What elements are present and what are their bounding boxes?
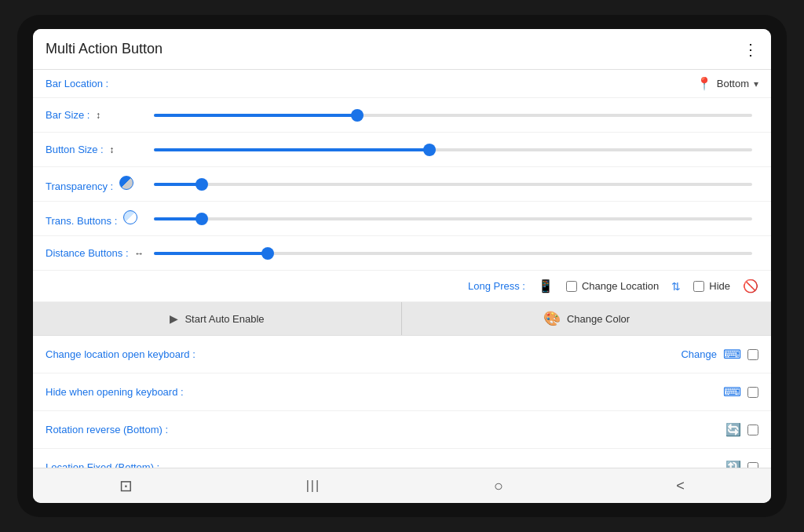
bar-size-track[interactable] (154, 114, 752, 117)
bar-location-row: Bar Location : 📍 Bottom ▾ (33, 70, 771, 98)
title-bar: Multi Action Button ⋮ (33, 29, 771, 70)
distance-buttons-slider-area[interactable] (148, 252, 758, 255)
bar-location-value[interactable]: 📍 Bottom ▾ (696, 76, 758, 91)
change-color-button[interactable]: 🎨 Change Color (402, 302, 771, 335)
distance-buttons-label: Distance Buttons : ↔ (46, 247, 148, 259)
list-row-hide-keyboard: Hide when opening keyboard : ⌨ (33, 373, 771, 411)
back-nav-icon[interactable]: < (676, 478, 685, 494)
transparency-circle-icon (119, 180, 133, 192)
button-size-slider-area[interactable] (148, 148, 758, 151)
distance-buttons-fill (154, 252, 268, 255)
button-size-row: Button Size : ↕ (33, 133, 771, 167)
bar-size-slider-area[interactable] (148, 114, 758, 117)
app-title: Multi Action Button (46, 41, 163, 57)
change-location-group: Change Location (566, 280, 659, 292)
change-location-checkbox[interactable] (566, 281, 577, 292)
list-section: Change location open keyboard : Change ⌨… (33, 336, 771, 468)
change-location-keyboard-right: Change ⌨ (681, 347, 758, 362)
transparency-label: Transparency : (46, 176, 148, 192)
hide-keyboard-right: ⌨ (723, 384, 758, 399)
hide-keyboard-label: Hide when opening keyboard : (46, 386, 184, 398)
transparency-track[interactable] (154, 183, 752, 186)
more-icon[interactable]: ⋮ (743, 40, 758, 59)
transparency-row: Transparency : (33, 167, 771, 202)
bar-size-fill (154, 114, 357, 117)
trans-buttons-slider-area[interactable] (148, 217, 758, 220)
long-press-label: Long Press : (468, 280, 525, 292)
bar-size-label: Bar Size : ↕ (46, 109, 148, 121)
button-size-track[interactable] (154, 148, 752, 151)
play-icon: ▶ (170, 312, 178, 325)
list-row-change-location: Change location open keyboard : Change ⌨ (33, 336, 771, 373)
palette-icon: 🎨 (543, 310, 561, 327)
distance-buttons-row: Distance Buttons : ↔ (33, 236, 771, 271)
list-row-rotation: Rotation reverse (Bottom) : 🔄 (33, 411, 771, 449)
tablet-frame: Multi Action Button ⋮ Bar Location : 📍 B… (17, 15, 787, 517)
rotation-right: 🔄 (725, 422, 758, 437)
dropdown-arrow-icon: ▾ (754, 78, 758, 89)
button-size-label: Button Size : ↕ (46, 144, 148, 155)
transparency-thumb[interactable] (196, 178, 208, 191)
location-pin-icon: 📍 (696, 76, 712, 91)
hide-group: Hide (693, 280, 730, 292)
location-fixed-label: Location Fixed (Bottom) : (46, 461, 159, 468)
trans-buttons-circle-icon (123, 215, 137, 227)
long-press-row: Long Press : 📱 Change Location ⇅ Hide 🚫 (33, 271, 771, 302)
change-color-label: Change Color (567, 313, 630, 325)
screen: Multi Action Button ⋮ Bar Location : 📍 B… (33, 29, 771, 503)
phone-icon: 📱 (538, 279, 554, 293)
rotation-icon: 🔄 (725, 422, 741, 437)
location-fixed-checkbox[interactable] (747, 462, 758, 468)
trans-buttons-row: Trans. Buttons : (33, 202, 771, 236)
location-fixed-right: 🔃 (725, 460, 758, 468)
content-area: Bar Location : 📍 Bottom ▾ Bar Size : ↕ (33, 70, 771, 468)
button-size-icon: ↕ (109, 144, 114, 155)
trans-buttons-fill (154, 217, 202, 220)
distance-icon: ↔ (134, 248, 144, 259)
bottom-nav: ⊡ ||| ○ < (33, 468, 771, 503)
distance-buttons-thumb[interactable] (261, 247, 274, 260)
trans-buttons-label: Trans. Buttons : (46, 210, 148, 227)
bar-location-text: Bottom (717, 78, 749, 89)
keyboard-icon-1: ⌨ (723, 347, 741, 362)
hide-label: Hide (709, 280, 730, 292)
button-size-thumb[interactable] (423, 144, 436, 156)
distance-buttons-track[interactable] (154, 252, 752, 255)
hide-keyboard-checkbox[interactable] (747, 387, 758, 398)
change-location-label: Change Location (582, 280, 659, 292)
change-location-keyboard-checkbox[interactable] (747, 349, 758, 360)
hide-checkbox[interactable] (693, 281, 704, 292)
change-location-keyboard-label: Change location open keyboard : (46, 348, 196, 360)
transparency-fill (154, 183, 202, 186)
button-size-fill (154, 148, 429, 151)
recent-apps-nav-icon[interactable]: ||| (306, 479, 320, 493)
keyboard-icon-2: ⌨ (723, 384, 741, 399)
transparency-slider-area[interactable] (148, 183, 758, 186)
location-fixed-icon: 🔃 (725, 460, 741, 468)
start-auto-enable-button[interactable]: ▶ Start Auto Enable (33, 302, 402, 335)
start-auto-enable-label: Start Auto Enable (185, 313, 264, 325)
bar-size-icon: ↕ (96, 110, 100, 121)
rotation-checkbox[interactable] (747, 425, 758, 435)
trans-buttons-thumb[interactable] (196, 213, 208, 225)
trans-buttons-track[interactable] (154, 217, 752, 220)
list-row-location-fixed: Location Fixed (Bottom) : 🔃 (33, 449, 771, 468)
screenshot-nav-icon[interactable]: ⊡ (119, 476, 133, 495)
change-text: Change (681, 348, 717, 360)
bar-size-thumb[interactable] (351, 109, 364, 122)
rotation-label: Rotation reverse (Bottom) : (46, 424, 168, 435)
home-nav-icon[interactable]: ○ (494, 477, 503, 495)
bar-size-row: Bar Size : ↕ (33, 98, 771, 133)
action-row: ▶ Start Auto Enable 🎨 Change Color (33, 302, 771, 336)
hide-eye-icon: 🚫 (743, 279, 758, 293)
bar-location-label: Bar Location : (46, 78, 148, 89)
sort-icon: ⇅ (671, 280, 681, 293)
